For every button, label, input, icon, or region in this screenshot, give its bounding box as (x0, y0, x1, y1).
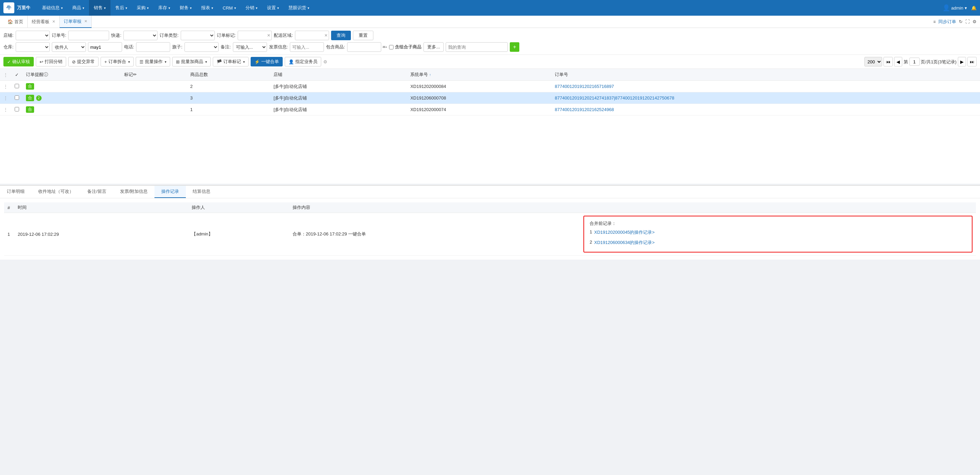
remark-select[interactable]: 可输入... (233, 42, 267, 52)
bottom-tab-operation[interactable]: 操作记录 (154, 186, 186, 198)
sync-orders-btn[interactable]: 同步订单 (939, 19, 956, 25)
more-button[interactable]: 更多... (423, 42, 444, 52)
assign-button[interactable]: 👤 指定业务员 (285, 57, 321, 67)
split-button[interactable]: + 订单拆合 ▾ (100, 57, 134, 67)
page-number-input[interactable] (909, 57, 920, 66)
top-navigation: 牛 万里牛 基础信息▾ 商品▾ 销售▾ 售后▾ 采购▾ 库存▾ 财务▾ 报表▾ … (0, 0, 980, 16)
order-mark-clear[interactable]: ✕ (267, 33, 270, 38)
order-mark-input[interactable] (238, 31, 272, 40)
mark-button[interactable]: 🏴 订单标记 ▾ (213, 57, 248, 67)
receiver-input[interactable] (88, 42, 122, 52)
nav-distribution[interactable]: 分销▾ (241, 0, 262, 16)
nav-aftersale[interactable]: 售后▾ (110, 0, 132, 16)
fullscreen-btn[interactable]: ⛶ (965, 19, 970, 24)
th-mark: 标记✏ (121, 69, 186, 81)
op-operator: 【admin】 (188, 213, 289, 256)
contains-goods-input[interactable] (347, 42, 381, 52)
th-sys-no: 系统单号 ↑ (407, 69, 551, 81)
bottom-tab-remark[interactable]: 备注/留言 (81, 186, 113, 198)
my-query-input[interactable] (445, 42, 508, 52)
filter-row-1: 店铺: 订单号: 快递: 订单类型: 订单标记: ✕ 配送区域: ✕ 查询 重置 (3, 31, 977, 40)
contains-goods-clear[interactable]: ✕ (382, 44, 386, 49)
batch-add-button[interactable]: ⊞ 批量加商品 ▾ (172, 57, 211, 67)
reset-button[interactable]: 重置 (353, 31, 373, 40)
combo-checkbox[interactable] (389, 45, 393, 49)
settings-btn[interactable]: ⚙ (972, 19, 977, 24)
nav-goods[interactable]: 商品▾ (67, 0, 89, 16)
plus-icon: + (104, 59, 107, 64)
query-button[interactable]: 查询 (331, 31, 351, 40)
nav-menu: 基础信息▾ 商品▾ 销售▾ 售后▾ 采购▾ 库存▾ 财务▾ 报表▾ CRM▾ 分… (37, 0, 942, 16)
merge-link-1[interactable]: XD191202000045的操作记录> (594, 229, 655, 235)
checkmark-icon: ✓ (7, 59, 11, 64)
order-type-select[interactable] (181, 31, 215, 40)
refresh-btn[interactable]: ↻ (959, 19, 963, 24)
nav-purchase[interactable]: 采购▾ (132, 0, 153, 16)
page-info: 第 页/共1页(3笔记录) (904, 57, 956, 66)
op-record-row: 1 2019-12-06 17:02:29 【admin】 合单：2019-12… (4, 213, 976, 256)
row-checkbox-2[interactable] (11, 92, 22, 104)
batch-op-button[interactable]: ☰ 批量操作 ▾ (136, 57, 170, 67)
nav-sales[interactable]: 销售▾ (89, 0, 110, 16)
merge-link-2[interactable]: XD191206000634的操作记录> (594, 240, 655, 246)
bottom-tab-order-detail[interactable]: 订单明细 (0, 186, 31, 198)
flag-select[interactable] (185, 42, 219, 52)
tab-order-review-close[interactable]: ✕ (84, 19, 87, 24)
sync-label: ≡ (933, 19, 935, 24)
page-total-info: 页/共1页(3笔记录) (921, 59, 956, 64)
delivery-area-clear[interactable]: ✕ (324, 33, 328, 38)
delivery-area-input[interactable] (295, 31, 329, 40)
order-no-link-1[interactable]: 877400120191202165716897 (555, 84, 614, 89)
th-drag: ⋮ (0, 69, 11, 81)
phone-input[interactable] (136, 42, 170, 52)
order-type-label: 订单类型: (159, 32, 179, 38)
filter-area: 店铺: 订单号: 快递: 订单类型: 订单标记: ✕ 配送区域: ✕ 查询 重置… (0, 28, 980, 55)
exception-button[interactable]: ⊘ 提交异常 (68, 57, 99, 67)
last-page-button[interactable]: ⏭ (967, 57, 977, 67)
page-size-select[interactable]: 200 (864, 57, 882, 67)
shop-cell-1: [多牛]自动化店铺 (270, 81, 407, 92)
tab-dashboard[interactable]: 经营看板 ✕ (28, 16, 60, 28)
bottom-tab-invoice[interactable]: 发票/附加信息 (113, 186, 155, 198)
bottom-tab-settlement[interactable]: 结算信息 (186, 186, 217, 198)
nav-report[interactable]: 报表▾ (196, 0, 218, 16)
contains-goods-wrapper: ✕ ••• (347, 42, 387, 52)
order-no-link-2[interactable]: 877400120191202142741837|877400120191202… (555, 95, 674, 100)
receiver-type-select[interactable]: 收件人 (52, 42, 86, 52)
order-no-link-3[interactable]: 877400120191202162524968 (555, 107, 614, 112)
bottom-tab-address[interactable]: 收件地址（可改） (31, 186, 81, 198)
nav-huiyan[interactable]: 慧眼识货▾ (284, 0, 314, 16)
tab-home[interactable]: 🏠 首页 (3, 16, 28, 28)
rollback-button[interactable]: ↩ 打回分销 (36, 57, 66, 67)
nav-crm[interactable]: CRM▾ (218, 0, 241, 16)
row-checkbox-3[interactable] (11, 104, 22, 116)
order-mark-label: 订单标记: (217, 32, 236, 38)
nav-inventory[interactable]: 库存▾ (153, 0, 175, 16)
tab-order-review[interactable]: 订单审核 ✕ (60, 16, 92, 28)
order-no-input[interactable] (68, 31, 109, 40)
confirm-review-button[interactable]: ✓ 确认审核 (3, 57, 34, 67)
reminder-cell-1: 合 (22, 81, 121, 92)
tab-dashboard-close[interactable]: ✕ (52, 19, 55, 24)
add-query-button[interactable]: + (510, 42, 519, 52)
prev-page-button[interactable]: ◀ (894, 57, 902, 67)
notification-bell[interactable]: 🔔 (971, 5, 977, 11)
next-page-button[interactable]: ▶ (958, 57, 966, 67)
shop-select[interactable] (16, 31, 50, 40)
nav-basic-info[interactable]: 基础信息▾ (37, 0, 67, 16)
warehouse-select[interactable] (16, 42, 50, 52)
total-cell-3: 1 (187, 104, 270, 116)
order-no-cell-3: 877400120191202162524968 (551, 104, 980, 116)
sys-no-cell-3: XD191202000074 (407, 104, 551, 116)
user-menu[interactable]: 👤 admin ▾ (942, 4, 967, 11)
flag-icon: 🏴 (216, 59, 222, 64)
brand-name: 万里牛 (17, 5, 30, 11)
nav-settings[interactable]: 设置▾ (262, 0, 284, 16)
first-page-button[interactable]: ⏮ (883, 57, 893, 67)
gear-icon[interactable]: ⚙ (323, 59, 327, 64)
express-select[interactable] (123, 31, 158, 40)
nav-finance[interactable]: 财务▾ (175, 0, 196, 16)
merge-button[interactable]: ⚡ 一键合单 (251, 57, 283, 67)
invoice-input[interactable] (290, 42, 324, 52)
row-checkbox-1[interactable] (11, 81, 22, 92)
